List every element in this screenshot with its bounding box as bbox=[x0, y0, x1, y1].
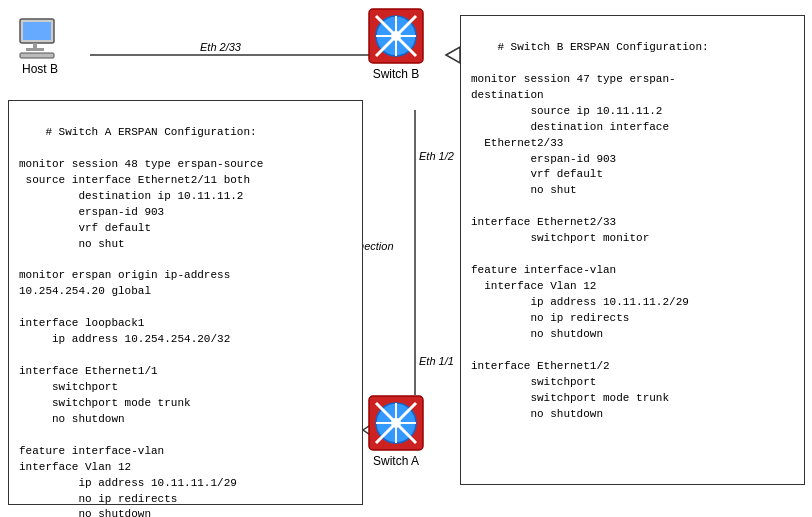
config-switch-a: # Switch A ERSPAN Configuration: monitor… bbox=[8, 100, 363, 505]
eth-233-top-label: Eth 2/33 bbox=[200, 41, 241, 53]
host-b-icon bbox=[18, 15, 62, 59]
host-b: Host B bbox=[18, 15, 62, 76]
diagram-container: Host B Switch B Switch A bbox=[0, 0, 812, 517]
svg-rect-7 bbox=[20, 53, 54, 58]
switch-a-label: Switch A bbox=[373, 454, 419, 468]
switch-b-icon bbox=[368, 8, 424, 64]
svg-rect-6 bbox=[26, 48, 44, 51]
eth-11-label: Eth 1/1 bbox=[419, 355, 454, 367]
svg-rect-4 bbox=[23, 22, 51, 40]
config-switch-b-text: # Switch B ERSPAN Configuration: monitor… bbox=[471, 41, 709, 420]
switch-a-icon bbox=[368, 395, 424, 451]
config-switch-b: # Switch B ERSPAN Configuration: monitor… bbox=[460, 15, 805, 485]
switch-b-label: Switch B bbox=[373, 67, 420, 81]
host-b-label: Host B bbox=[22, 62, 58, 76]
switch-a: Switch A bbox=[368, 395, 424, 468]
eth-12-label: Eth 1/2 bbox=[419, 150, 454, 162]
config-switch-a-text: # Switch A ERSPAN Configuration: monitor… bbox=[19, 126, 263, 517]
switch-b: Switch B bbox=[368, 8, 424, 81]
